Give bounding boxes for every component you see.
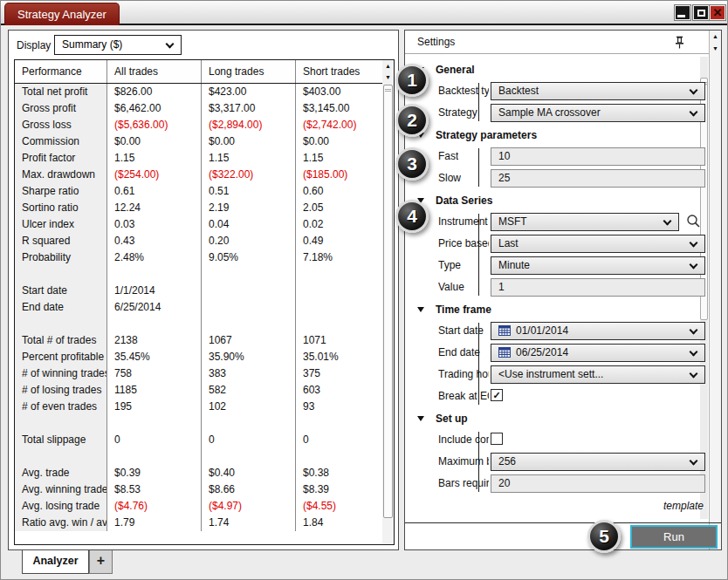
row-value: 0.43: [107, 233, 202, 249]
scroll-down-icon[interactable]: ▼: [710, 43, 721, 55]
close-icon: ✕: [713, 7, 723, 18]
row-label: # of losing trades: [15, 382, 107, 399]
analyzer-panel: Display Summary ($) PerformanceAll trade…: [8, 30, 399, 550]
add-tab-button[interactable]: +: [89, 550, 113, 574]
maximize-button[interactable]: [693, 5, 709, 20]
collapse-triangle-icon: [417, 416, 424, 421]
row-value: 1.15: [296, 150, 383, 167]
display-label: Display: [17, 39, 51, 51]
chevron-down-icon: [690, 86, 698, 95]
field-label: Strategy: [438, 106, 477, 119]
search-icon[interactable]: [686, 214, 701, 229]
row-value: $403.00: [296, 84, 383, 100]
run-button[interactable]: Run: [630, 525, 718, 549]
field-label: Fast: [438, 150, 458, 162]
row-label: [15, 316, 107, 332]
field-label: Maximum bars look b...: [438, 455, 489, 467]
table-row: Avg. winning trade$8.53$8.66$8.39: [15, 481, 394, 498]
group-header-set-up[interactable]: Set up: [405, 407, 707, 429]
table-scrollbar-thumb[interactable]: [383, 85, 393, 518]
template-link[interactable]: template: [663, 500, 704, 512]
group-header-time-frame[interactable]: Time frame: [405, 298, 707, 320]
pin-icon[interactable]: [675, 36, 684, 49]
row-label: Max. drawdown: [15, 167, 107, 183]
instrument-dropdown[interactable]: MSFT: [491, 213, 679, 231]
row-value: [202, 266, 296, 283]
price-based-on-dropdown[interactable]: Last: [491, 235, 705, 253]
row-value: [107, 415, 202, 432]
settings-panel: Settings ▲ ▼ GeneralBacktest typeBacktes…: [404, 30, 722, 550]
callout-badge-2: 2: [395, 104, 429, 137]
scroll-up-icon[interactable]: ▲: [710, 31, 721, 43]
row-value: $8.53: [107, 481, 202, 498]
column-header: Performance: [15, 60, 107, 83]
dropdown-value: <Use instrument sett...: [498, 368, 603, 380]
settings-row: Backtest typeBacktest: [405, 80, 707, 102]
chevron-down-icon: [166, 40, 175, 49]
dropdown-value: Sample MA crossover: [498, 106, 601, 119]
include-commission-checkbox[interactable]: [491, 433, 503, 445]
end-date-picker[interactable]: 06/25/2014: [491, 344, 705, 362]
row-value: [107, 448, 202, 465]
row-value: [296, 283, 383, 299]
row-value: 0.20: [202, 233, 296, 249]
tab-analyzer[interactable]: Analyzer: [22, 550, 89, 574]
value-field[interactable]: 1: [491, 278, 705, 297]
row-value: 6/25/2014: [107, 299, 202, 316]
table-scrollbar[interactable]: ▲ ▼: [382, 60, 394, 544]
table-row: Avg. losing trade($4.76)($4.97)($4.55): [15, 498, 394, 515]
type-dropdown[interactable]: Minute: [491, 256, 705, 275]
row-value: 2.19: [202, 200, 296, 216]
backtest-type-dropdown[interactable]: Backtest: [491, 82, 705, 100]
minimize-button[interactable]: [675, 5, 690, 20]
settings-body: GeneralBacktest typeBacktestStrategySamp…: [405, 58, 707, 495]
row-value: [296, 448, 383, 465]
field-label: Break at EOD: [438, 390, 489, 402]
row-value: 1.15: [202, 150, 296, 167]
row-value: 35.90%: [202, 349, 296, 365]
group-header-strategy-parameters[interactable]: Strategy parameters: [405, 124, 707, 146]
bars-required-to-trade-field[interactable]: 20: [491, 474, 705, 493]
maximum-bars-look-b-dropdown[interactable]: 256: [491, 453, 705, 471]
group-header-general[interactable]: General: [405, 58, 707, 80]
row-value: ($4.55): [296, 498, 383, 515]
row-value: 35.01%: [296, 349, 383, 365]
start-date-picker[interactable]: 01/01/2014: [491, 322, 705, 340]
slow-field[interactable]: 25: [491, 169, 705, 188]
row-label: Total slippage: [15, 432, 107, 448]
fast-field[interactable]: 10: [491, 147, 705, 166]
group-title: Time frame: [436, 304, 491, 316]
field-label: Bars required to trade: [438, 477, 489, 489]
row-label: Start date: [15, 283, 107, 299]
trading-hours-dropdown[interactable]: <Use instrument sett...: [491, 365, 705, 384]
scroll-up-icon[interactable]: ▲: [382, 60, 394, 72]
row-value: 12.24: [107, 200, 202, 216]
group-title: General: [436, 64, 475, 76]
chevron-down-icon: [690, 326, 698, 335]
group-title: Strategy parameters: [436, 129, 537, 141]
row-label: Avg. winning trade: [15, 481, 107, 498]
row-value: $826.00: [107, 84, 202, 100]
row-value: 1.74: [202, 515, 296, 531]
row-value: $0.00: [296, 133, 383, 150]
row-value: 1.15: [107, 150, 202, 167]
table-row: # of even trades19510293: [15, 399, 394, 415]
row-value: 0.51: [202, 183, 296, 200]
scroll-down-icon[interactable]: ▼: [382, 72, 394, 83]
group-header-data-series[interactable]: Data Series: [405, 189, 707, 211]
chevron-down-icon: [690, 239, 698, 248]
run-separator: [405, 522, 721, 523]
field-label: End date: [438, 346, 480, 358]
row-value: ($5,636.00): [107, 117, 202, 133]
strategy-dropdown[interactable]: Sample MA crossover: [491, 104, 705, 122]
chevron-down-icon: [690, 108, 698, 117]
row-value: 1071: [296, 332, 383, 349]
break-at-eod-checkbox[interactable]: ✓: [491, 389, 503, 401]
display-dropdown[interactable]: Summary ($): [54, 35, 182, 55]
field-label: Trading hours: [438, 368, 489, 380]
row-value: [107, 266, 202, 283]
close-button[interactable]: ✕: [710, 5, 725, 20]
date-value: 01/01/2014: [516, 324, 568, 337]
row-value: 7.18%: [296, 249, 383, 266]
settings-scroll-arrows[interactable]: ▲ ▼: [709, 31, 721, 549]
